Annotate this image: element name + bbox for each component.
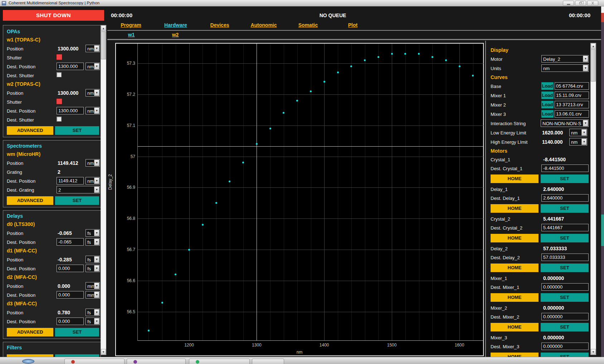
d0-dest-position-units-dropdown[interactable]: fs▼ [86, 238, 100, 246]
d3-dest-position-units-dropdown[interactable]: fs▼ [86, 318, 100, 325]
w1-shutter-indicator[interactable] [57, 54, 62, 60]
motor-dest-input[interactable] [541, 194, 589, 202]
wm-dest-position-units-dropdown[interactable]: nm▼ [86, 177, 100, 185]
set-button[interactable]: SET [541, 323, 589, 331]
d2-position-units-dropdown[interactable]: mm▼ [86, 282, 100, 290]
set-button[interactable]: SET [541, 174, 589, 183]
taskbar-button[interactable] [127, 359, 186, 364]
opas-advanced-button[interactable]: ADVANCED [7, 126, 53, 135]
home-button[interactable]: HOME [491, 323, 539, 331]
tab-program[interactable]: Program [109, 22, 152, 28]
d2-dest-position-input[interactable] [57, 291, 84, 299]
scroll-down-icon[interactable]: ▼ [591, 349, 596, 355]
curve-mixer1-load-button[interactable]: Load [541, 92, 554, 99]
set-button[interactable]: SET [541, 234, 589, 242]
scroll-up-icon[interactable]: ▲ [591, 43, 596, 49]
interaction-string-dropdown[interactable]: NON-NON-NON-S▼ [541, 119, 589, 127]
w1-dest-position-input[interactable] [57, 63, 84, 70]
motor-dest-input[interactable] [541, 254, 589, 261]
tab-somatic[interactable]: Somatic [287, 22, 330, 28]
filters-set-button[interactable]: SET [55, 354, 99, 357]
close-button[interactable]: X [587, 1, 598, 6]
set-button[interactable]: SET [541, 353, 589, 357]
scroll-up-icon[interactable]: ▲ [101, 25, 106, 31]
d0-position-units-dropdown[interactable]: fs▼ [86, 229, 100, 237]
d3-position-units-dropdown[interactable]: fs▼ [86, 309, 100, 316]
restore-button[interactable] [575, 1, 586, 6]
delays-set-button[interactable]: SET [55, 328, 99, 336]
curve-base-file-field[interactable]: 05 67764.crv [555, 82, 589, 90]
curve-mixer2-load-button[interactable]: Load [541, 101, 554, 108]
opas-set-button[interactable]: SET [55, 126, 99, 135]
home-button[interactable]: HOME [491, 293, 539, 302]
motor-dest-input[interactable] [541, 313, 589, 320]
subtab-w2[interactable]: w2 [165, 32, 186, 38]
plot-canvas[interactable]: 57.357.257.15756.956.856.756.656.5120013… [137, 44, 483, 341]
set-button[interactable]: SET [541, 293, 589, 302]
taskbar[interactable] [0, 357, 604, 364]
gridline-minor [446, 44, 446, 340]
motor-dest-input[interactable] [541, 343, 589, 350]
scroll-down-icon[interactable]: ▼ [101, 349, 106, 355]
units-select-dropdown[interactable]: nm▼ [541, 64, 589, 72]
curve-mixer3-load-button[interactable]: Load [541, 110, 554, 118]
curve-mixer3-file-field[interactable]: 13.06.01.crv [555, 110, 589, 118]
curve-base-load-button[interactable]: Load [541, 82, 554, 90]
d1-dest-position-input[interactable] [57, 265, 84, 272]
taskbar-button[interactable] [64, 359, 125, 364]
right-scrollbar-thumb[interactable] [591, 49, 596, 82]
low-energy-units-dropdown[interactable]: nm▼ [569, 129, 587, 136]
w2-dest-shutter-checkbox[interactable] [57, 117, 62, 122]
wm-position-units-dropdown[interactable]: nm▼ [86, 159, 100, 167]
spectrometers-panel: Spectrometers wm (MicroHR) Position 1149… [3, 140, 101, 207]
motor-select-dropdown[interactable]: Delay_2▼ [541, 55, 589, 63]
shutdown-button[interactable]: SHUT DOWN [3, 10, 104, 21]
d2-dest-position-units-dropdown[interactable]: mm▼ [86, 291, 100, 299]
data-point [323, 81, 325, 83]
home-button[interactable]: HOME [491, 234, 539, 242]
curve-mixer1-file-field[interactable]: 15.11.09.crv [555, 92, 589, 99]
set-button[interactable]: SET [541, 264, 589, 272]
spectrometers-set-button[interactable]: SET [55, 196, 99, 205]
left-scrollbar-thumb[interactable] [101, 31, 106, 59]
taskbar-button[interactable] [252, 359, 284, 364]
filters-advanced-button[interactable]: ADVANCED [7, 354, 53, 357]
taskbar-icon[interactable] [22, 359, 34, 364]
tab-hardware[interactable]: Hardware [154, 22, 197, 28]
d3-dest-position-input[interactable] [57, 318, 84, 325]
home-button[interactable]: HOME [491, 353, 539, 357]
set-button[interactable]: SET [541, 204, 589, 213]
tab-autonomic[interactable]: Autonomic [242, 22, 285, 28]
home-button[interactable]: HOME [491, 204, 539, 213]
delays-advanced-button[interactable]: ADVANCED [7, 328, 53, 336]
w1-position-units-dropdown[interactable]: nm▼ [86, 45, 100, 52]
tab-devices[interactable]: Devices [198, 22, 241, 28]
d1-dest-position-units-dropdown[interactable]: fs▼ [86, 265, 100, 272]
w2-dest-position-units-dropdown[interactable]: nm▼ [86, 107, 100, 114]
right-panel-scrollbar[interactable]: ▲ ▼ [590, 43, 596, 355]
motor-dest-input[interactable] [541, 224, 589, 231]
spectrometers-advanced-button[interactable]: ADVANCED [7, 196, 53, 205]
high-energy-units-dropdown[interactable]: nm▼ [569, 138, 587, 146]
tab-plot[interactable]: Plot [331, 22, 374, 28]
wm-dest-position-input[interactable] [57, 177, 84, 185]
d0-dest-position-input[interactable] [57, 238, 84, 246]
minimize-icon [567, 4, 570, 5]
w1-dest-position-units-dropdown[interactable]: nm▼ [86, 63, 100, 70]
w1-dest-shutter-checkbox[interactable] [57, 72, 62, 77]
minimize-button[interactable] [563, 1, 574, 6]
taskbar-button[interactable] [189, 359, 250, 364]
title-bar[interactable]: Coherent Multidimensional Spectroscopy |… [0, 0, 604, 6]
left-panel-scrollbar[interactable]: ▲ ▼ [101, 25, 106, 355]
d1-position-units-dropdown[interactable]: fs▼ [86, 256, 100, 263]
subtab-w1[interactable]: w1 [121, 32, 142, 38]
w2-dest-position-input[interactable] [57, 107, 84, 114]
wm-dest-grating-dropdown[interactable]: 2▼ [57, 186, 100, 193]
home-button[interactable]: HOME [491, 174, 539, 183]
w2-position-units-dropdown[interactable]: nm▼ [86, 89, 100, 97]
w2-shutter-indicator[interactable] [57, 99, 62, 104]
curve-mixer2-file-field[interactable]: 13 37213.crv [555, 101, 589, 108]
motor-dest-input[interactable] [541, 283, 589, 291]
motor-dest-input[interactable] [541, 164, 589, 172]
home-button[interactable]: HOME [491, 264, 539, 272]
